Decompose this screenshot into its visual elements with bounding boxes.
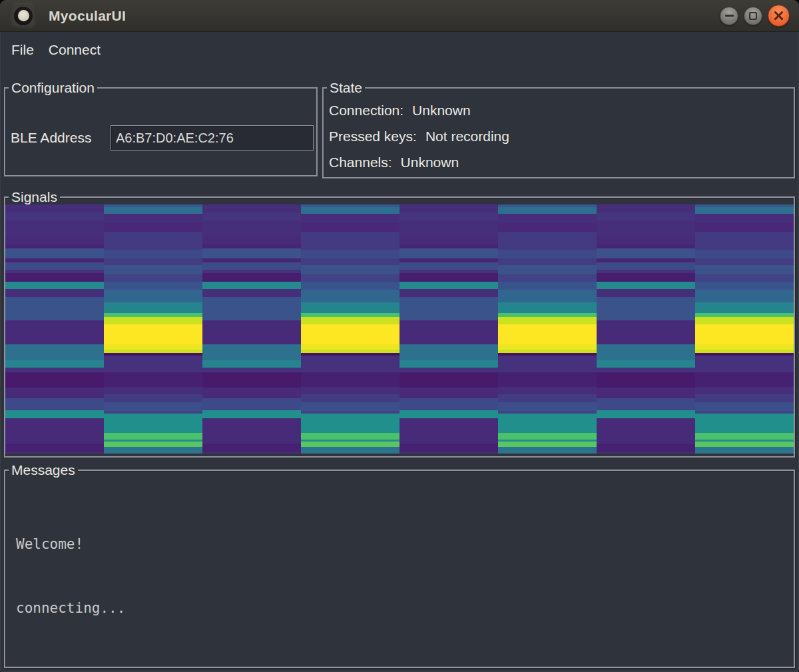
message-line: Welcome!	[16, 533, 125, 555]
maximize-button[interactable]	[744, 7, 762, 25]
ble-address-label: BLE Address	[11, 130, 91, 146]
app-icon	[11, 3, 36, 29]
configuration-group: Configuration BLE Address	[4, 87, 318, 176]
signals-heatmap	[5, 204, 794, 454]
ble-address-input[interactable]	[111, 125, 314, 151]
state-row-pressed-keys: Pressed keys:Not recording	[329, 123, 509, 149]
close-icon	[773, 10, 784, 21]
minimize-button[interactable]	[720, 7, 738, 25]
app-icon-ring	[14, 7, 33, 25]
signals-group-label: Signals	[9, 188, 60, 206]
titlebar[interactable]: MyocularUI	[0, 0, 799, 32]
menu-file[interactable]: File	[4, 39, 41, 61]
state-value: Unknown	[412, 103, 471, 118]
state-row-channels: Channels:Unknown	[329, 149, 509, 175]
maximize-icon	[749, 12, 757, 20]
state-value: Not recording	[425, 129, 509, 144]
menubar: File Connect	[0, 33, 799, 67]
state-key: Pressed keys:	[329, 129, 417, 144]
window-title: MyocularUI	[49, 8, 126, 24]
messages-group-label: Messages	[9, 461, 78, 479]
state-value: Unknown	[401, 155, 459, 170]
messages-group: Messages Welcome! connecting...	[4, 470, 795, 668]
signals-group: Signals	[4, 196, 795, 458]
state-group-label: State	[327, 79, 365, 97]
state-group: State Connection:Unknown Pressed keys:No…	[322, 87, 795, 178]
state-rows: Connection:Unknown Pressed keys:Not reco…	[329, 97, 509, 175]
app-icon-core	[18, 10, 29, 21]
state-key: Connection:	[329, 103, 403, 118]
state-row-connection: Connection:Unknown	[329, 97, 509, 123]
window-controls	[720, 5, 790, 27]
state-key: Channels:	[329, 155, 392, 170]
configuration-group-label: Configuration	[9, 79, 97, 97]
app-window: MyocularUI File Connect Configuration BL…	[0, 0, 799, 672]
close-button[interactable]	[768, 5, 790, 27]
menu-connect[interactable]: Connect	[41, 39, 108, 61]
minimize-icon	[725, 15, 734, 17]
messages-log: Welcome! connecting...	[16, 491, 125, 661]
message-line: connecting...	[16, 597, 125, 619]
